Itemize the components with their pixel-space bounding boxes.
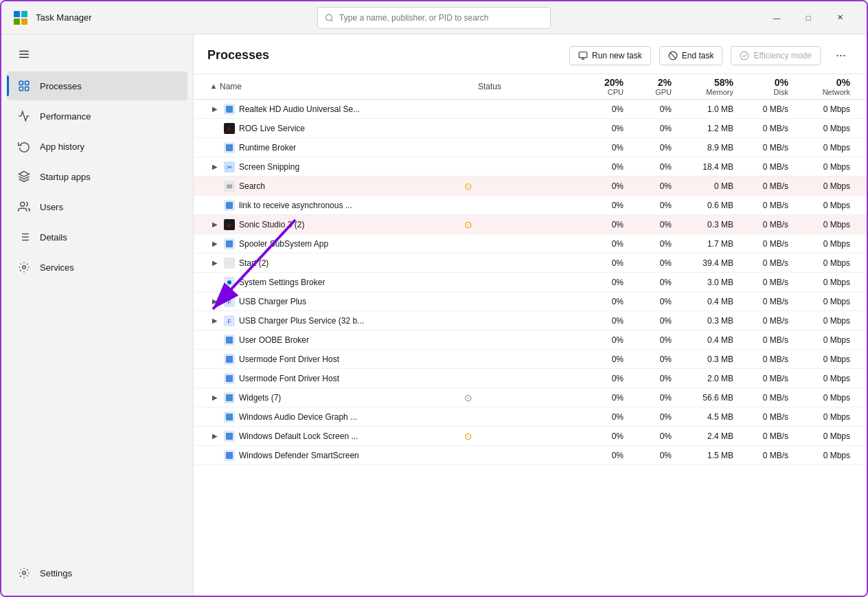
cell-cpu: 0%	[571, 159, 626, 174]
table-row[interactable]: Windows Audio Device Graph ... 0% 0% 4.5…	[194, 407, 867, 427]
close-button[interactable]: ✕	[824, 7, 856, 29]
cell-memory: 1.5 MB	[674, 448, 736, 463]
table-row[interactable]: ▶ Windows Default Lock Screen ... ⊙ 0% 0…	[194, 427, 867, 446]
search-bar[interactable]	[317, 7, 551, 29]
table-row[interactable]: ▶ F USB Charger Plus 0% 0% 0.4 MB 0 MB/s…	[194, 292, 867, 311]
cell-cpu: 0%	[571, 102, 626, 117]
sidebar-item-settings[interactable]: Settings	[7, 559, 187, 587]
sidebar-item-app-history[interactable]: App history	[7, 132, 187, 161]
process-icon	[224, 142, 235, 153]
more-options-button[interactable]: ···	[829, 44, 853, 67]
sidebar-item-startup-apps[interactable]: Startup apps	[7, 162, 187, 191]
expand-button[interactable]: ▶	[210, 258, 220, 268]
table-row[interactable]: User OOBE Broker 0% 0% 0.4 MB 0 MB/s 0 M…	[194, 330, 867, 350]
expand-button[interactable]: ▶	[210, 297, 220, 306]
svg-rect-33	[226, 144, 233, 151]
svg-line-5	[331, 19, 332, 21]
cell-name: ✉ Search ⊙	[207, 178, 475, 194]
col-gpu[interactable]: 2% GPU	[626, 74, 674, 99]
table-row[interactable]: R ROG Live Service 0% 0% 1.2 MB 0 MB/s 0…	[194, 119, 867, 138]
sidebar-item-startup-apps-label: Startup apps	[40, 172, 91, 182]
expand-button[interactable]: ▶	[210, 162, 220, 172]
svg-rect-0	[14, 11, 20, 17]
process-icon	[224, 431, 235, 442]
table-row[interactable]: ▶ Realtek HD Audio Universal Se... 0% 0%…	[194, 100, 867, 119]
svg-rect-60	[226, 414, 233, 420]
settings-icon	[18, 567, 30, 579]
cell-name: Usermode Font Driver Host	[207, 370, 475, 387]
table-row[interactable]: Runtime Broker 0% 0% 8.9 MB 0 MB/s 0 Mbp…	[194, 138, 867, 157]
cell-memory: 2.4 MB	[674, 429, 736, 444]
table-row[interactable]: ▶ Start (2) 0% 0% 39.4 MB 0 MB/s 0 Mbps	[194, 254, 867, 273]
sidebar-item-users[interactable]: Users	[7, 192, 187, 221]
content-area: Processes Run new task End task	[194, 34, 867, 597]
sidebar-item-details[interactable]: Details	[7, 223, 187, 251]
cell-network: 0 Mbps	[791, 159, 853, 174]
col-status-sort[interactable]: Status	[475, 74, 571, 99]
cell-network: 0 Mbps	[791, 275, 853, 290]
table-container[interactable]: Name Status 20% CPU 2% GPU 58% Memory	[194, 74, 867, 597]
end-task-button[interactable]: End task	[659, 46, 723, 65]
table-row[interactable]: Windows Defender SmartScreen 0% 0% 1.5 M…	[194, 446, 867, 465]
expand-button[interactable]: ▶	[210, 239, 220, 249]
cell-status	[475, 106, 571, 112]
sidebar-item-services[interactable]: Services	[7, 253, 187, 282]
run-new-task-button[interactable]: Run new task	[569, 46, 651, 65]
table-row[interactable]: ▶ ✂ Screen Snipping 0% 0% 18.4 MB 0 MB/s…	[194, 157, 867, 177]
table-row[interactable]: ▶ Widgets (7) ⊙ 0% 0% 56.6 MB 0 MB/s 0 M…	[194, 388, 867, 407]
cell-cpu: 0%	[571, 140, 626, 155]
cell-name: ▶ F USB Charger Plus	[207, 293, 475, 310]
table-row[interactable]: link to receive asynchronous ... 0% 0% 0…	[194, 196, 867, 215]
hamburger-button[interactable]	[7, 40, 187, 69]
process-name: Windows Audio Device Graph ...	[239, 412, 357, 422]
sidebar-item-app-history-label: App history	[40, 142, 84, 152]
expand-button[interactable]: ▶	[210, 220, 220, 229]
sidebar-item-processes[interactable]: Processes	[7, 71, 187, 100]
expand-spacer	[210, 143, 220, 153]
expand-button[interactable]: ▶	[210, 393, 220, 403]
col-disk[interactable]: 0% Disk	[736, 74, 791, 99]
process-icon	[224, 277, 235, 288]
app-icon	[12, 10, 29, 26]
table-row[interactable]: System Settings Broker 0% 0% 3.0 MB 0 MB…	[194, 273, 867, 292]
app-history-icon	[18, 140, 30, 153]
col-cpu[interactable]: 20% CPU	[571, 74, 626, 99]
search-input[interactable]	[339, 13, 543, 23]
cell-gpu: 0%	[626, 294, 674, 309]
process-name: Usermode Font Driver Host	[239, 354, 339, 364]
sidebar: Processes Performance App history	[1, 34, 194, 597]
col-network[interactable]: 0% Network	[791, 74, 853, 99]
cell-gpu: 0%	[626, 448, 674, 463]
cell-name: ▶ Windows Default Lock Screen ... ⊙	[207, 428, 475, 444]
table-row[interactable]: Usermode Font Driver Host 0% 0% 2.0 MB 0…	[194, 369, 867, 388]
cell-status	[475, 337, 571, 343]
cell-memory: 56.6 MB	[674, 390, 736, 405]
table-row[interactable]: ▶ R Sonic Studio 3 (2) ⊙ 0% 0% 0.3 MB 0 …	[194, 215, 867, 234]
expand-button[interactable]: ▶	[210, 316, 220, 326]
cell-memory: 0.4 MB	[674, 333, 736, 348]
cell-status	[475, 183, 571, 189]
table-body: ▶ Realtek HD Audio Universal Se... 0% 0%…	[194, 100, 867, 465]
table-row[interactable]: ▶ Spooler SubSystem App 0% 0% 1.7 MB 0 M…	[194, 234, 867, 254]
table-row[interactable]: ▶ F USB Charger Plus Service (32 b... 0%…	[194, 311, 867, 330]
sidebar-item-performance[interactable]: Performance	[7, 102, 187, 131]
efficiency-mode-button[interactable]: Efficiency mode	[731, 46, 821, 65]
table-row[interactable]: Usermode Font Driver Host 0% 0% 0.3 MB 0…	[194, 350, 867, 369]
maximize-button[interactable]: □	[792, 7, 824, 29]
expand-button[interactable]: ▶	[210, 431, 220, 441]
cell-cpu: 0%	[571, 217, 626, 232]
minimize-button[interactable]: —	[761, 7, 792, 29]
cell-memory: 4.5 MB	[674, 409, 736, 425]
cell-gpu: 0%	[626, 217, 674, 232]
cell-memory: 8.9 MB	[674, 140, 736, 155]
process-icon	[224, 373, 235, 384]
processes-icon	[18, 80, 30, 92]
cell-gpu: 0%	[626, 409, 674, 425]
col-name-sort[interactable]: Name	[207, 74, 475, 99]
table-row[interactable]: ✉ Search ⊙ 0% 0% 0 MB 0 MB/s 0 Mbps	[194, 177, 867, 196]
col-memory[interactable]: 58% Memory	[674, 74, 736, 99]
process-icon	[224, 392, 235, 403]
expand-button[interactable]: ▶	[210, 104, 220, 114]
cell-memory: 0.4 MB	[674, 294, 736, 309]
window-controls: — □ ✕	[761, 7, 856, 29]
